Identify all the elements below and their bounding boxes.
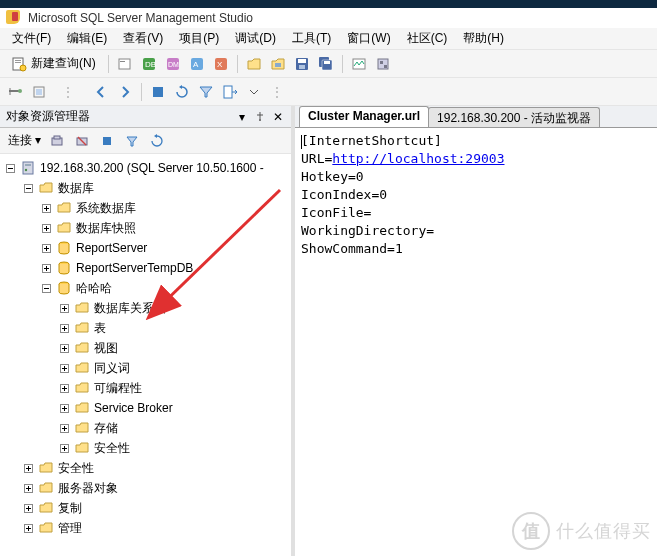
expander-plus-icon[interactable]: [40, 262, 52, 274]
expander-minus-icon[interactable]: [22, 182, 34, 194]
tree-node[interactable]: 安全性: [4, 458, 291, 478]
toolbar-btn-5[interactable]: X: [210, 53, 232, 75]
filter-icon[interactable]: [121, 130, 143, 152]
svg-text:DB: DB: [145, 60, 156, 69]
refresh-icon[interactable]: [146, 130, 168, 152]
tree-node[interactable]: 管理: [4, 518, 291, 538]
tree-node[interactable]: 视图: [4, 338, 291, 358]
open-file-icon[interactable]: [243, 53, 265, 75]
expander-plus-icon[interactable]: [58, 422, 70, 434]
refresh-icon[interactable]: [171, 81, 193, 103]
svg-text:DM: DM: [168, 61, 179, 68]
menu-help[interactable]: 帮助(H): [455, 28, 512, 49]
tree-label: Service Broker: [94, 398, 173, 418]
expander-plus-icon[interactable]: [40, 242, 52, 254]
nav-back-icon[interactable]: [90, 81, 112, 103]
svg-text:A: A: [193, 60, 199, 69]
menu-edit[interactable]: 编辑(E): [59, 28, 115, 49]
disconnect-icon[interactable]: [71, 130, 93, 152]
nav-forward-icon[interactable]: [114, 81, 136, 103]
stop-icon[interactable]: [147, 81, 169, 103]
menu-debug[interactable]: 调试(D): [227, 28, 284, 49]
svg-rect-30: [224, 86, 232, 98]
object-explorer-tree[interactable]: 192.168.30.200 (SQL Server 10.50.1600 - …: [0, 154, 291, 556]
expander-plus-icon[interactable]: [22, 522, 34, 534]
expander-plus-icon[interactable]: [58, 362, 70, 374]
object-explorer-toolbar: 连接 ▾: [0, 128, 291, 154]
menu-tools[interactable]: 工具(T): [284, 28, 339, 49]
url-link[interactable]: http://localhost:29003: [332, 151, 504, 166]
tree-node[interactable]: Service Broker: [4, 398, 291, 418]
svg-rect-20: [324, 61, 330, 64]
menu-project[interactable]: 项目(P): [171, 28, 227, 49]
svg-rect-5: [120, 61, 125, 62]
export-icon[interactable]: [219, 81, 241, 103]
folder-icon: [74, 360, 90, 376]
dropdown-icon[interactable]: ▾: [235, 110, 249, 124]
pin-icon[interactable]: [253, 110, 267, 124]
connect-dropdown[interactable]: 连接 ▾: [4, 132, 43, 149]
toolbar2-btn-1[interactable]: [4, 81, 26, 103]
tree-node-databases[interactable]: 数据库: [4, 178, 291, 198]
menu-view[interactable]: 查看(V): [115, 28, 171, 49]
activity-monitor-icon[interactable]: [348, 53, 370, 75]
stop-icon[interactable]: [96, 130, 118, 152]
toolbar-btn-2[interactable]: DB: [138, 53, 160, 75]
tree-label: 复制: [58, 498, 82, 518]
filter-icon[interactable]: [195, 81, 217, 103]
tree-node[interactable]: 系统数据库: [4, 198, 291, 218]
object-explorer-header: 对象资源管理器 ▾ ✕: [0, 106, 291, 128]
tree-node[interactable]: 数据库快照: [4, 218, 291, 238]
menu-community[interactable]: 社区(C): [399, 28, 456, 49]
svg-rect-2: [15, 62, 21, 63]
menu-window[interactable]: 窗口(W): [339, 28, 398, 49]
toolbar2-btn-2[interactable]: [28, 81, 50, 103]
svg-rect-28: [36, 89, 42, 95]
tree-node[interactable]: 存储: [4, 418, 291, 438]
tab-activity-monitor[interactable]: 192.168.30.200 - 活动监视器: [428, 107, 600, 127]
folder-icon: [74, 340, 90, 356]
expander-minus-icon[interactable]: [40, 282, 52, 294]
expander-plus-icon[interactable]: [58, 302, 70, 314]
registered-servers-icon[interactable]: [372, 53, 394, 75]
expander-plus-icon[interactable]: [22, 482, 34, 494]
expander-plus-icon[interactable]: [40, 222, 52, 234]
toolbar-btn-3[interactable]: DM: [162, 53, 184, 75]
close-icon[interactable]: ✕: [271, 110, 285, 124]
tree-node[interactable]: 安全性: [4, 438, 291, 458]
expander-plus-icon[interactable]: [58, 342, 70, 354]
tab-cluster-manager[interactable]: Cluster Manager.url: [299, 106, 429, 127]
expander-plus-icon[interactable]: [22, 502, 34, 514]
tree-node[interactable]: 复制: [4, 498, 291, 518]
expander-plus-icon[interactable]: [40, 202, 52, 214]
tree-node[interactable]: 可编程性: [4, 378, 291, 398]
text-editor[interactable]: [InternetShortcut] URL=http://localhost:…: [295, 128, 657, 556]
tree-node[interactable]: 同义词: [4, 358, 291, 378]
tree-node-hahaha[interactable]: 哈哈哈: [4, 278, 291, 298]
save-all-icon[interactable]: [315, 53, 337, 75]
toolbar-btn-1[interactable]: [114, 53, 136, 75]
expander-plus-icon[interactable]: [58, 442, 70, 454]
save-icon[interactable]: [291, 53, 313, 75]
toolbar-btn-4[interactable]: A: [186, 53, 208, 75]
folder-icon: [38, 480, 54, 496]
connect-icon[interactable]: [46, 130, 68, 152]
expander-plus-icon[interactable]: [58, 382, 70, 394]
tree-server-node[interactable]: 192.168.30.200 (SQL Server 10.50.1600 -: [4, 158, 291, 178]
open-project-icon[interactable]: [267, 53, 289, 75]
tree-label: 数据库快照: [76, 218, 136, 238]
expander-plus-icon[interactable]: [58, 402, 70, 414]
new-query-button[interactable]: 新建查询(N): [4, 52, 103, 75]
tree-node[interactable]: ReportServer: [4, 238, 291, 258]
menu-file[interactable]: 文件(F): [4, 28, 59, 49]
expander-plus-icon[interactable]: [58, 322, 70, 334]
tree-node[interactable]: 表: [4, 318, 291, 338]
expander-minus-icon[interactable]: [4, 162, 16, 174]
dropdown-icon[interactable]: [243, 81, 265, 103]
tree-node[interactable]: 服务器对象: [4, 478, 291, 498]
svg-rect-40: [25, 164, 31, 166]
object-explorer-panel: 对象资源管理器 ▾ ✕ 连接 ▾ 192.168.30.200 (SQL Ser…: [0, 106, 295, 556]
tree-node[interactable]: 数据库关系图: [4, 298, 291, 318]
tree-node[interactable]: ReportServerTempDB: [4, 258, 291, 278]
expander-plus-icon[interactable]: [22, 462, 34, 474]
